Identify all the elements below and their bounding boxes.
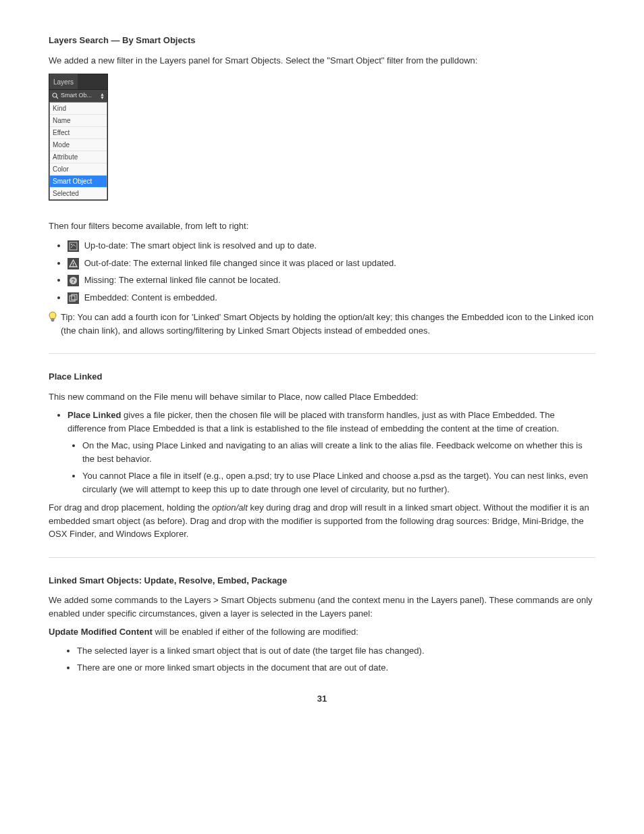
dropdown-item-attribute[interactable]: Attribute [50,151,107,163]
intro-text: We added a new filter in the Layers pane… [49,54,595,68]
section-title-place-linked: Place Linked [49,370,595,384]
list-item: You cannot Place a file in itself (e.g.,… [82,469,595,496]
list-item: Place Linked gives a file picker, then t… [68,409,595,496]
svg-rect-2 [70,242,77,250]
svg-line-1 [56,97,58,99]
filter-out-of-date: Out-of-date: The external linked file ch… [68,257,595,270]
update-modified-rest: will be enabled if either of the followi… [153,627,358,637]
filter-list: Up-to-date: The smart object link is res… [68,239,595,304]
dropdown-item-effect[interactable]: Effect [50,127,107,139]
tip-row: Tip: You can add a fourth icon for 'Link… [49,311,595,337]
list-item: The selected layer is a linked smart obj… [77,644,595,658]
divider [49,353,595,354]
page-number: 31 [49,692,595,706]
svg-point-3 [71,244,72,245]
place-linked-bullets: Place Linked gives a file picker, then t… [68,409,595,496]
filter-dropdown[interactable]: Smart Ob... ▲▼ [49,90,107,102]
warning-icon [68,258,79,269]
filter-missing: ? Missing: The external linked file cann… [68,273,595,287]
dropdown-item-kind[interactable]: Kind [50,103,107,115]
place-linked-rest: gives a file picker, then the chosen fil… [68,410,559,434]
layers-tab[interactable]: Layers [49,74,78,89]
linked-so-p2: Update Modified Content will be enabled … [49,625,595,639]
svg-rect-11 [52,321,54,321]
filter-selected-label: Smart Ob... [61,91,98,101]
dropdown-item-selected[interactable]: Selected [50,188,107,199]
dropdown-item-smart-object[interactable]: Smart Object [50,176,107,188]
text-span: For drag and drop placement, holding the [49,502,212,513]
filter-dropdown-list: Kind Name Effect Mode Attribute Color Sm… [49,102,107,200]
divider [49,557,595,558]
filter-label: Embedded: Content is embedded. [84,292,217,303]
dropdown-item-mode[interactable]: Mode [50,139,107,151]
list-item: There are one or more linked smart objec… [77,661,595,675]
filter-up-to-date: Up-to-date: The smart object link is res… [68,239,595,253]
dropdown-item-name[interactable]: Name [50,115,107,127]
svg-rect-9 [72,294,77,300]
layers-panel: Layers Smart Ob... ▲▼ Kind Name Effect M… [49,74,108,201]
embedded-icon [68,292,79,304]
section-title-layers-search: Layers Search — By Smart Objects [49,34,595,47]
filter-intro-text: Then four filters become available, from… [49,219,595,233]
question-icon: ? [68,275,79,286]
dropdown-item-color[interactable]: Color [50,163,107,176]
place-linked-sublist: On the Mac, using Place Linked and navig… [82,439,595,496]
section-title-linked-so: Linked Smart Objects: Update, Resolve, E… [49,574,595,588]
place-linked-p1: This new command on the File menu will b… [49,390,595,404]
svg-text:?: ? [72,278,76,284]
update-modified-list: The selected layer is a linked smart obj… [77,644,595,675]
lightbulb-icon [49,311,57,323]
place-linked-p2: For drag and drop placement, holding the… [49,501,595,541]
svg-rect-8 [70,296,75,301]
filter-label: Out-of-date: The external linked file ch… [84,258,396,268]
svg-point-0 [53,93,57,97]
svg-rect-10 [51,319,54,321]
panel-tab-bar: Layers [49,74,107,90]
filter-label: Up-to-date: The smart object link is res… [84,240,317,251]
update-modified-lead: Update Modified Content [49,627,153,637]
filter-label: Missing: The external linked file cannot… [84,275,281,285]
up-to-date-icon [68,240,79,252]
list-item: On the Mac, using Place Linked and navig… [82,439,595,465]
stepper-arrows-icon: ▲▼ [100,93,105,99]
key-modifier: option/alt [212,502,248,513]
svg-point-5 [73,265,74,266]
filter-embedded: Embedded: Content is embedded. [68,291,595,305]
tip-text: Tip: You can add a fourth icon for 'Link… [61,311,595,337]
search-icon [52,93,59,99]
linked-so-p1: We added some commands to the Layers > S… [49,594,595,620]
place-linked-lead: Place Linked [68,410,121,420]
